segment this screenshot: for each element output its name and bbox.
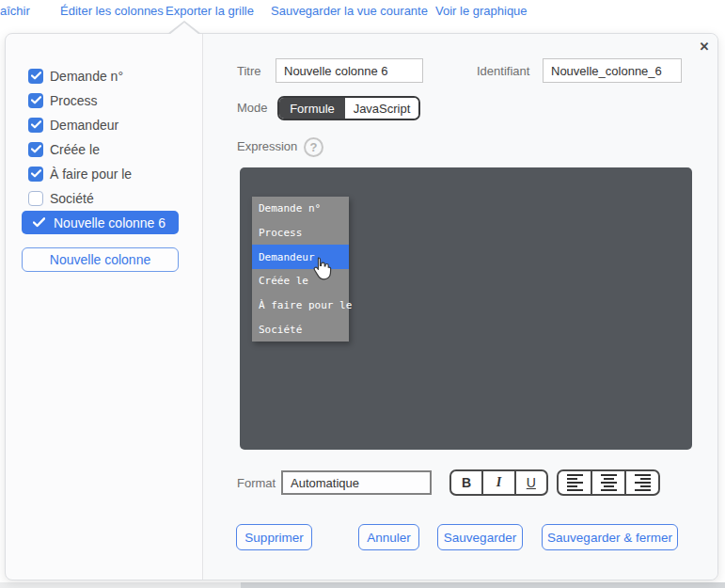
identifier-label: Identifiant [477, 64, 529, 78]
column-label: Nouvelle colonne 6 [54, 215, 165, 230]
toolbar-link-refresh[interactable]: aîchir [0, 4, 30, 18]
align-center-icon [601, 474, 617, 491]
column-toggle-process[interactable]: Process [28, 92, 98, 108]
align-left-icon [567, 474, 583, 491]
mode-toggle: Formule JavaScript [277, 96, 420, 120]
bold-button[interactable]: B [451, 471, 483, 494]
align-right-button[interactable] [626, 471, 658, 494]
column-label: Demande n° [50, 69, 123, 84]
identifier-input[interactable] [543, 58, 682, 83]
column-label: Créée le [50, 142, 100, 157]
text-style-group: B I U [449, 469, 548, 496]
underline-button[interactable]: U [516, 471, 546, 494]
check-icon [33, 217, 45, 228]
checkbox-checked-icon[interactable] [28, 118, 43, 133]
align-center-button[interactable] [592, 471, 626, 494]
save-close-button[interactable]: Sauvegarder & fermer [542, 524, 678, 550]
align-left-button[interactable] [559, 471, 592, 494]
mode-label: Mode [237, 101, 268, 115]
column-label: À faire pour le [50, 167, 132, 182]
mode-option-formule[interactable]: Formule [279, 98, 345, 119]
title-input[interactable] [276, 58, 423, 83]
cancel-button[interactable]: Annuler [358, 524, 419, 550]
autocomplete-item-demandeur[interactable]: Demandeur [252, 245, 349, 269]
italic-button[interactable]: I [483, 471, 515, 494]
format-input[interactable] [281, 470, 432, 495]
align-right-icon [635, 474, 651, 491]
column-toggle-creee-le[interactable]: Créée le [28, 141, 100, 157]
checkbox-checked-icon[interactable] [28, 142, 43, 157]
mode-option-javascript[interactable]: JavaScript [345, 98, 418, 119]
format-label: Format [237, 476, 276, 490]
checkbox-checked-icon[interactable] [28, 69, 43, 84]
checkbox-checked-icon[interactable] [28, 93, 43, 108]
text-align-group [557, 469, 660, 496]
column-toggle-societe[interactable]: Société [28, 190, 94, 206]
autocomplete-item-process[interactable]: Process [252, 221, 349, 246]
column-label: Process [50, 93, 98, 108]
toolbar-link-edit-columns[interactable]: Éditer les colonnes [60, 4, 164, 18]
expression-label: Expression [237, 139, 297, 153]
columns-sidebar: Demande n° Process Demandeur Créée le À … [6, 34, 202, 580]
checkbox-unchecked-icon[interactable] [28, 191, 43, 206]
title-label: Titre [237, 64, 261, 78]
delete-button[interactable]: Supprimer [236, 524, 312, 550]
column-label: Demandeur [50, 118, 118, 133]
help-icon[interactable]: ? [304, 137, 323, 157]
save-button[interactable]: Sauvegarder [437, 524, 523, 550]
toolbar-link-export-grid[interactable]: Exporter la grille [165, 4, 254, 18]
column-editor: Titre Identifiant Mode Formule JavaScrip… [202, 34, 717, 580]
column-toggle-demande[interactable]: Demande n° [28, 68, 123, 84]
expression-editor[interactable]: Demande n° Process Demandeur Créée le À … [240, 167, 692, 450]
close-icon[interactable]: ✕ [697, 40, 712, 55]
column-label: Société [50, 191, 94, 206]
autocomplete-item-creee-le[interactable]: Créée le [252, 269, 349, 294]
checkbox-checked-icon[interactable] [28, 167, 43, 182]
column-selected-nouvelle-colonne-6[interactable]: Nouvelle colonne 6 [22, 211, 179, 234]
toolbar-link-save-view[interactable]: Sauvegarder la vue courante [271, 4, 428, 18]
column-toggle-demandeur[interactable]: Demandeur [28, 117, 118, 133]
top-toolbar: aîchir Éditer les colonnes Exporter la g… [0, 0, 725, 28]
column-toggle-a-faire-pour-le[interactable]: À faire pour le [28, 166, 132, 182]
toolbar-link-view-chart[interactable]: Voir le graphique [435, 4, 528, 18]
autocomplete-item-societe[interactable]: Société [252, 317, 349, 342]
edit-columns-popover: ✕ Demande n° Process Demandeur Créée le … [5, 33, 718, 580]
autocomplete-item-demande[interactable]: Demande n° [252, 197, 349, 221]
autocomplete-item-a-faire-pour-le[interactable]: À faire pour le [252, 294, 349, 318]
page-background-strip-dark [241, 582, 725, 588]
new-column-button[interactable]: Nouvelle colonne [22, 247, 179, 272]
autocomplete-dropdown: Demande n° Process Demandeur Créée le À … [252, 197, 349, 342]
